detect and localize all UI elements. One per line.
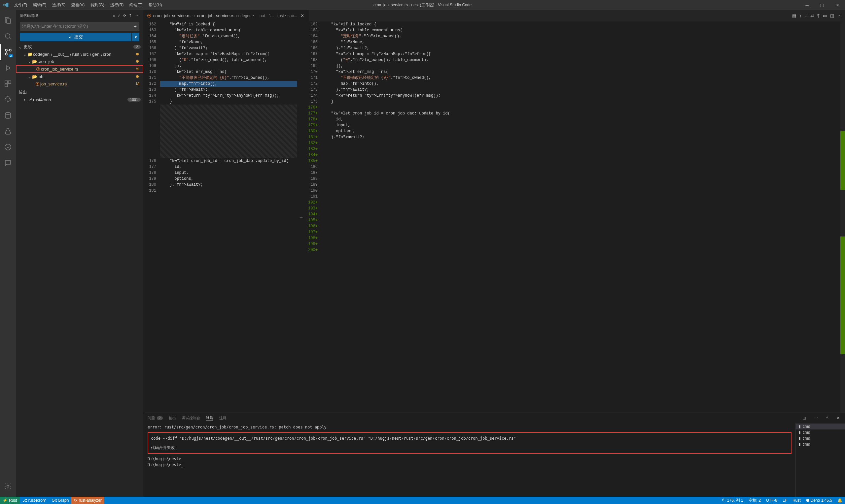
panel-tab-notes[interactable]: 注释 [219,416,226,420]
terminal-icon: ▮ [798,424,801,429]
status-eol[interactable]: LF [780,497,790,504]
terminal-item[interactable]: ▮cmd [796,424,845,430]
terminal-item[interactable]: ▮cmd [796,435,845,441]
sparkle-icon[interactable]: ✦ [133,24,137,29]
tree-folder-codegen[interactable]: ⌄ 📁 codegen \ __out__ \ rust \ src \ gen… [16,51,143,58]
outgoing-section[interactable]: 传出 [16,89,143,96]
scm-view-tree-icon[interactable]: ≡ [111,13,116,18]
menu-edit[interactable]: 编辑(E) [30,1,49,9]
arrow-up-icon[interactable]: ↑ [799,13,802,18]
chat-icon[interactable] [0,155,16,171]
terminal-icon: ▮ [798,436,801,441]
svg-rect-4 [5,81,7,84]
menu-terminal[interactable]: 终端(T) [127,1,145,9]
terminal-icon: ▮ [798,442,801,447]
terminal-fail-line: 代码合并失败! [151,445,788,451]
terminal-name: cmd [803,436,810,441]
svg-point-9 [7,485,9,487]
scm-more-icon[interactable]: ⋯ [133,13,139,18]
status-bell-icon[interactable]: 🔔 [835,497,845,504]
terminal-item[interactable]: ▮cmd [796,441,845,447]
tree-repo-label: rust4cron [33,97,51,102]
minimap[interactable] [840,21,845,413]
extensions-icon[interactable] [0,76,16,92]
rust4cron-count: 1001 [127,97,141,102]
diff-left[interactable]: 1621631641651661671681691701711721731741… [144,21,297,413]
editor-tab-diff[interactable]: ⦿ cron_job_service.rs ↔ cron_job_service… [144,10,309,21]
status-spaces[interactable]: 空格: 2 [746,497,763,504]
minimize-button[interactable]: ─ [799,0,815,10]
tree-file-job-service[interactable]: ⦿ job_service.rs M [16,80,143,87]
diff-divider[interactable]: → [297,21,305,413]
explorer-icon[interactable] [0,13,16,29]
terminal-name: cmd [803,430,810,435]
tree-folder-job[interactable]: ⌄ 📂 job [16,73,143,80]
terminal-name: cmd [803,424,810,429]
testing-icon[interactable] [0,123,16,139]
split-terminal-icon[interactable]: ◫ [801,416,807,420]
menu-file[interactable]: 文件(F) [12,1,30,9]
close-icon[interactable]: ✕ [299,13,306,18]
panel-tab-debug[interactable]: 调试控制台 [182,416,200,420]
code-left[interactable]: "kw">if is_locked { "kw">let table_comme… [160,21,297,413]
status-dot-icon [136,75,139,78]
whitespace-icon[interactable]: ¶ [817,13,820,18]
scm-refresh-icon[interactable]: ⟳ [122,13,127,18]
more-icon[interactable]: ⋯ [813,416,819,420]
changes-section[interactable]: ⌄ 更改 2 [16,43,143,51]
menu-run[interactable]: 运行(R) [108,1,126,9]
commit-dropdown[interactable]: ▾ [132,33,139,41]
close-panel-icon[interactable]: ✕ [835,416,841,420]
database-icon[interactable] [0,108,16,123]
menu-view[interactable]: 查看(V) [69,1,87,9]
scm-commit-icon[interactable]: ✓ [116,13,122,18]
status-gitgraph[interactable]: Git Graph [49,497,71,504]
tree-repo-rust4cron[interactable]: › ⎇ rust4cron 1001 [16,96,143,103]
status-lang[interactable]: Rust [790,497,804,504]
scm-pull-icon[interactable]: ⤒ [127,13,133,18]
arrow-down-icon[interactable]: ↓ [805,13,807,18]
timeline-icon[interactable] [0,139,16,155]
split-icon[interactable]: ◫ [830,13,834,18]
svg-point-1 [9,49,11,51]
search-icon[interactable] [0,29,16,44]
terminal-item[interactable]: ▮cmd [796,430,845,435]
status-rust-analyzer[interactable]: ⟳ rust-analyzer [71,497,104,504]
menu-help[interactable]: 帮助(H) [146,1,165,9]
open-file-icon[interactable]: ▤ [792,13,796,18]
status-dot-icon [136,53,139,55]
check-icon: ✓ [69,35,72,40]
status-remote[interactable]: ⚡ Rust [0,497,20,504]
close-button[interactable]: ✕ [830,0,845,10]
terminal[interactable]: error: rust/src/gen/cron/cron_job/cron_j… [144,423,795,497]
panel-tab-output[interactable]: 输出 [169,416,176,420]
panel-tab-problems[interactable]: 问题 2 [148,416,163,420]
diff-right[interactable]: 1621631641651661671681691701711721731741… [305,21,845,413]
menu-selection[interactable]: 选择(S) [50,1,68,9]
code-right[interactable]: "kw">if is_locked { "kw">let table_comme… [322,21,840,413]
tab-desc: codegen • __out__\... - rust • src\... [237,14,297,18]
commit-message-input[interactable]: 消息(Ctrl+Enter 在"rust4cron"提交) ✦ [20,22,139,31]
status-branch[interactable]: ⎇ rust4cron* [20,497,49,504]
settings-gear-icon[interactable] [0,478,16,494]
run-debug-icon[interactable] [0,60,16,76]
menu-go[interactable]: 转到(G) [88,1,107,9]
svg-rect-5 [8,81,11,84]
status-deno[interactable]: ⬢ Deno 1.45.5 [804,497,835,504]
problems-badge: 2 [157,416,163,420]
outgoing-label: 传出 [18,89,27,95]
scm-icon[interactable]: 2 [0,44,16,60]
collapse-icon[interactable]: ▭ [823,13,827,18]
status-line-col[interactable]: 行 176, 列 1 [720,497,746,504]
maximize-panel-icon[interactable]: ^ [825,416,829,420]
tree-file-cron-job-service[interactable]: ⦿ cron_job_service.rs M [16,65,143,73]
maximize-button[interactable]: ▢ [815,0,830,10]
swap-icon[interactable]: ⇄ [810,13,814,18]
svg-point-2 [5,53,7,55]
tree-folder-cron-job[interactable]: ⌄ 📂 cron_job [16,58,143,65]
panel-tab-terminal[interactable]: 终端 [206,415,213,421]
status-encoding[interactable]: UTF-8 [763,497,780,504]
commit-button[interactable]: ✓ 提交 [20,33,132,41]
more-icon[interactable]: ⋯ [838,13,842,18]
cloud-download-icon[interactable] [0,92,16,108]
